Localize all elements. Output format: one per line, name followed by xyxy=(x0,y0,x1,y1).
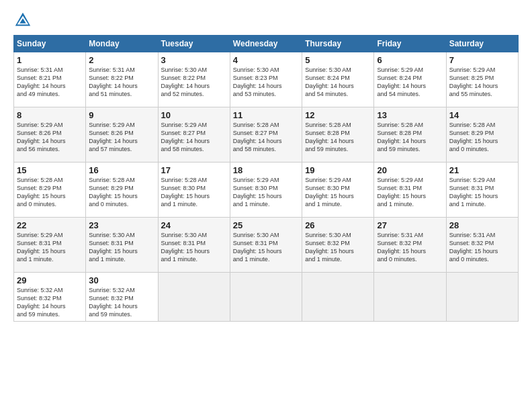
calendar-table: SundayMondayTuesdayWednesdayThursdayFrid… xyxy=(13,35,519,322)
calendar-cell: 22Sunrise: 5:29 AM Sunset: 8:31 PM Dayli… xyxy=(14,218,86,273)
calendar-cell: 12Sunrise: 5:28 AM Sunset: 8:28 PM Dayli… xyxy=(302,107,374,163)
calendar-cell: 18Sunrise: 5:29 AM Sunset: 8:30 PM Dayli… xyxy=(230,163,302,218)
day-number: 4 xyxy=(233,55,299,65)
calendar-cell xyxy=(302,273,374,322)
day-info: Sunrise: 5:31 AM Sunset: 8:22 PM Dayligh… xyxy=(89,66,154,99)
day-number: 11 xyxy=(233,110,299,120)
day-info: Sunrise: 5:32 AM Sunset: 8:32 PM Dayligh… xyxy=(17,286,83,319)
day-info: Sunrise: 5:29 AM Sunset: 8:31 PM Dayligh… xyxy=(17,231,83,264)
day-info: Sunrise: 5:28 AM Sunset: 8:28 PM Dayligh… xyxy=(305,121,371,154)
calendar-cell xyxy=(446,273,518,322)
calendar-cell: 10Sunrise: 5:29 AM Sunset: 8:27 PM Dayli… xyxy=(158,107,230,163)
calendar-cell: 14Sunrise: 5:28 AM Sunset: 8:29 PM Dayli… xyxy=(446,107,518,163)
day-info: Sunrise: 5:28 AM Sunset: 8:29 PM Dayligh… xyxy=(17,176,83,209)
day-number: 15 xyxy=(17,165,83,175)
day-info: Sunrise: 5:30 AM Sunset: 8:32 PM Dayligh… xyxy=(305,231,371,264)
day-number: 29 xyxy=(17,275,83,285)
calendar-week-1: 1Sunrise: 5:31 AM Sunset: 8:21 PM Daylig… xyxy=(14,52,519,107)
weekday-header-saturday: Saturday xyxy=(446,36,518,52)
day-info: Sunrise: 5:29 AM Sunset: 8:31 PM Dayligh… xyxy=(377,176,443,209)
calendar-cell: 16Sunrise: 5:28 AM Sunset: 8:29 PM Dayli… xyxy=(86,163,158,218)
calendar-cell: 26Sunrise: 5:30 AM Sunset: 8:32 PM Dayli… xyxy=(302,218,374,273)
calendar-cell: 19Sunrise: 5:29 AM Sunset: 8:30 PM Dayli… xyxy=(302,163,374,218)
day-info: Sunrise: 5:30 AM Sunset: 8:24 PM Dayligh… xyxy=(305,66,371,99)
day-number: 2 xyxy=(89,55,154,65)
day-info: Sunrise: 5:29 AM Sunset: 8:24 PM Dayligh… xyxy=(377,66,443,99)
day-number: 21 xyxy=(449,165,515,175)
day-info: Sunrise: 5:28 AM Sunset: 8:30 PM Dayligh… xyxy=(161,176,227,209)
day-number: 13 xyxy=(377,110,443,120)
calendar-cell: 29Sunrise: 5:32 AM Sunset: 8:32 PM Dayli… xyxy=(14,273,86,322)
calendar-cell: 7Sunrise: 5:29 AM Sunset: 8:25 PM Daylig… xyxy=(446,52,518,107)
day-number: 8 xyxy=(17,110,83,120)
day-number: 20 xyxy=(377,165,443,175)
day-number: 10 xyxy=(161,110,227,120)
day-info: Sunrise: 5:30 AM Sunset: 8:31 PM Dayligh… xyxy=(161,231,227,264)
calendar-cell: 28Sunrise: 5:31 AM Sunset: 8:32 PM Dayli… xyxy=(446,218,518,273)
day-info: Sunrise: 5:30 AM Sunset: 8:31 PM Dayligh… xyxy=(233,231,299,264)
calendar-cell: 11Sunrise: 5:28 AM Sunset: 8:27 PM Dayli… xyxy=(230,107,302,163)
calendar-cell: 20Sunrise: 5:29 AM Sunset: 8:31 PM Dayli… xyxy=(374,163,446,218)
calendar-cell: 2Sunrise: 5:31 AM Sunset: 8:22 PM Daylig… xyxy=(86,52,158,107)
day-number: 24 xyxy=(161,220,227,230)
weekday-header-friday: Friday xyxy=(374,36,446,52)
calendar-cell: 9Sunrise: 5:29 AM Sunset: 8:26 PM Daylig… xyxy=(86,107,158,163)
day-info: Sunrise: 5:29 AM Sunset: 8:30 PM Dayligh… xyxy=(233,176,299,209)
page: SundayMondayTuesdayWednesdayThursdayFrid… xyxy=(0,0,532,411)
weekday-header-sunday: Sunday xyxy=(14,36,86,52)
day-number: 19 xyxy=(305,165,371,175)
calendar-cell xyxy=(158,273,230,322)
day-number: 17 xyxy=(161,165,227,175)
day-number: 18 xyxy=(233,165,299,175)
day-info: Sunrise: 5:28 AM Sunset: 8:28 PM Dayligh… xyxy=(377,121,443,154)
day-info: Sunrise: 5:31 AM Sunset: 8:21 PM Dayligh… xyxy=(17,66,83,99)
day-number: 6 xyxy=(377,55,443,65)
calendar-cell: 6Sunrise: 5:29 AM Sunset: 8:24 PM Daylig… xyxy=(374,52,446,107)
calendar-cell: 3Sunrise: 5:30 AM Sunset: 8:22 PM Daylig… xyxy=(158,52,230,107)
weekday-header-row: SundayMondayTuesdayWednesdayThursdayFrid… xyxy=(14,36,519,52)
calendar-cell: 4Sunrise: 5:30 AM Sunset: 8:23 PM Daylig… xyxy=(230,52,302,107)
day-number: 5 xyxy=(305,55,371,65)
calendar-cell xyxy=(374,273,446,322)
header xyxy=(13,11,519,30)
calendar-week-4: 22Sunrise: 5:29 AM Sunset: 8:31 PM Dayli… xyxy=(14,218,519,273)
calendar-cell: 21Sunrise: 5:29 AM Sunset: 8:31 PM Dayli… xyxy=(446,163,518,218)
day-info: Sunrise: 5:29 AM Sunset: 8:30 PM Dayligh… xyxy=(305,176,371,209)
day-number: 1 xyxy=(17,55,83,65)
day-info: Sunrise: 5:29 AM Sunset: 8:26 PM Dayligh… xyxy=(17,121,83,154)
calendar-cell: 13Sunrise: 5:28 AM Sunset: 8:28 PM Dayli… xyxy=(374,107,446,163)
weekday-header-thursday: Thursday xyxy=(302,36,374,52)
calendar-cell: 27Sunrise: 5:31 AM Sunset: 8:32 PM Dayli… xyxy=(374,218,446,273)
calendar-cell: 17Sunrise: 5:28 AM Sunset: 8:30 PM Dayli… xyxy=(158,163,230,218)
day-info: Sunrise: 5:28 AM Sunset: 8:27 PM Dayligh… xyxy=(233,121,299,154)
day-number: 25 xyxy=(233,220,299,230)
day-info: Sunrise: 5:31 AM Sunset: 8:32 PM Dayligh… xyxy=(377,231,443,264)
day-info: Sunrise: 5:31 AM Sunset: 8:32 PM Dayligh… xyxy=(449,231,515,264)
day-number: 12 xyxy=(305,110,371,120)
calendar-cell xyxy=(230,273,302,322)
logo xyxy=(13,11,35,30)
day-info: Sunrise: 5:29 AM Sunset: 8:25 PM Dayligh… xyxy=(449,66,515,99)
calendar-week-2: 8Sunrise: 5:29 AM Sunset: 8:26 PM Daylig… xyxy=(14,107,519,163)
day-info: Sunrise: 5:29 AM Sunset: 8:31 PM Dayligh… xyxy=(449,176,515,209)
day-number: 26 xyxy=(305,220,371,230)
calendar-cell: 30Sunrise: 5:32 AM Sunset: 8:32 PM Dayli… xyxy=(86,273,158,322)
day-info: Sunrise: 5:30 AM Sunset: 8:23 PM Dayligh… xyxy=(233,66,299,99)
day-number: 9 xyxy=(89,110,154,120)
day-number: 7 xyxy=(449,55,515,65)
calendar-week-5: 29Sunrise: 5:32 AM Sunset: 8:32 PM Dayli… xyxy=(14,273,519,322)
day-info: Sunrise: 5:32 AM Sunset: 8:32 PM Dayligh… xyxy=(89,286,154,319)
calendar-cell: 15Sunrise: 5:28 AM Sunset: 8:29 PM Dayli… xyxy=(14,163,86,218)
day-number: 14 xyxy=(449,110,515,120)
day-number: 30 xyxy=(89,275,154,285)
calendar-cell: 24Sunrise: 5:30 AM Sunset: 8:31 PM Dayli… xyxy=(158,218,230,273)
day-info: Sunrise: 5:30 AM Sunset: 8:31 PM Dayligh… xyxy=(89,231,154,264)
day-number: 22 xyxy=(17,220,83,230)
day-number: 16 xyxy=(89,165,154,175)
weekday-header-tuesday: Tuesday xyxy=(158,36,230,52)
calendar-cell: 8Sunrise: 5:29 AM Sunset: 8:26 PM Daylig… xyxy=(14,107,86,163)
day-info: Sunrise: 5:30 AM Sunset: 8:22 PM Dayligh… xyxy=(161,66,227,99)
day-number: 23 xyxy=(89,220,154,230)
weekday-header-wednesday: Wednesday xyxy=(230,36,302,52)
calendar-cell: 25Sunrise: 5:30 AM Sunset: 8:31 PM Dayli… xyxy=(230,218,302,273)
